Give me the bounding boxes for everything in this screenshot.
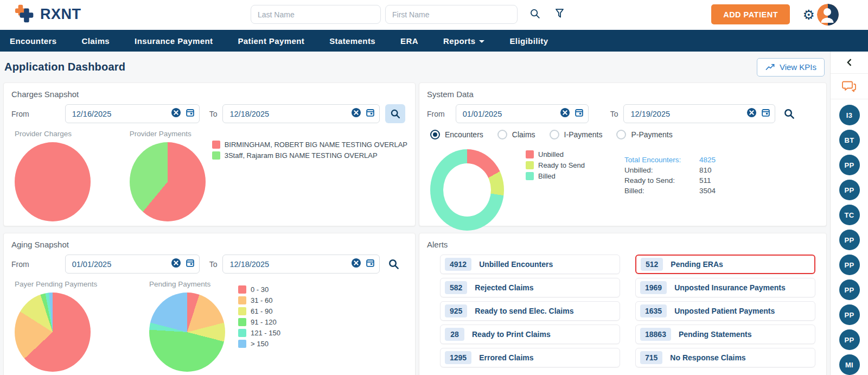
user-avatar[interactable] [817, 4, 839, 26]
alert-ready-to-send-elec-claims[interactable]: 925Ready to send Elec. Claims [440, 301, 620, 321]
aging-to-date-input[interactable] [223, 260, 344, 269]
alert-count-badge: 582 [445, 281, 467, 294]
page-title: Application Dashboard [4, 61, 125, 73]
aging-search-button[interactable] [385, 255, 401, 274]
to-label: To [209, 260, 218, 269]
aging-from-date-input[interactable] [66, 260, 164, 269]
radio-p-payments[interactable]: P-Payments [616, 130, 672, 139]
nav-item-encounters[interactable]: Encounters [10, 36, 57, 46]
alert-pending-eras[interactable]: 512Pending ERAs [635, 255, 815, 274]
charges-from-date-input[interactable] [66, 110, 164, 118]
nav-item-insurance-payment[interactable]: Insurance Payment [135, 36, 213, 46]
stat-label: Unbilled: [624, 165, 699, 175]
alerts-grid: 4912Unbilled Encounters 582Rejected Clai… [440, 255, 819, 367]
panel-title: Alerts [427, 240, 819, 249]
view-kpis-button[interactable]: View KPIs [757, 58, 825, 77]
legend-swatch [238, 340, 246, 348]
radio-circle [616, 130, 626, 139]
clear-date-icon[interactable] [560, 107, 570, 120]
patient-search-icon[interactable] [529, 8, 541, 22]
contact-badge[interactable]: I3 [839, 105, 860, 125]
contact-badge[interactable]: PP [839, 230, 860, 250]
stat-value: 511 [699, 175, 711, 186]
nav-item-eligibility[interactable]: Eligibility [509, 36, 548, 46]
search-icon [390, 108, 401, 119]
rxnt-logo-icon [14, 3, 37, 25]
filter-icon[interactable] [554, 8, 565, 21]
calendar-icon[interactable] [366, 258, 375, 270]
alert-unposted-patient-payments[interactable]: 1635Unposted Patient Payments [635, 301, 815, 321]
system-search-button[interactable] [781, 104, 797, 123]
system-to-date-input[interactable] [624, 110, 740, 118]
chart-title: Provider Charges [15, 130, 126, 138]
nav-item-patient-payment[interactable]: Patient Payment [238, 36, 304, 46]
radio-encounters[interactable]: Encounters [430, 130, 483, 139]
contact-badge[interactable]: PP [839, 304, 860, 325]
to-label: To [209, 110, 218, 118]
radio-i-payments[interactable]: I-Payments [550, 130, 603, 139]
payer-pending-payments-pie-chart [15, 293, 91, 372]
gear-icon[interactable]: ⚙ [803, 3, 815, 26]
legend-swatch [238, 307, 246, 315]
alert-pending-statements[interactable]: 18863Pending Statements [635, 325, 815, 344]
alert-errored-claims[interactable]: 1295Errored Claims [440, 348, 620, 367]
charges-to-date-input[interactable] [223, 110, 344, 118]
collapse-rail-button[interactable] [831, 52, 868, 74]
clear-date-icon[interactable] [351, 258, 361, 270]
contact-badge[interactable]: PP [839, 180, 860, 200]
charges-search-button[interactable] [385, 104, 405, 123]
alert-unbilled-encounters[interactable]: 4912Unbilled Encounters [440, 255, 620, 274]
main-nav: Encounters Claims Insurance Payment Pati… [0, 30, 868, 52]
chevron-left-icon [846, 59, 853, 66]
from-label: From [427, 110, 445, 118]
last-name-input[interactable] [251, 5, 381, 24]
system-from-date-input[interactable] [456, 110, 553, 118]
logo-text: RXNT [40, 6, 81, 23]
provider-payments-pie-chart [130, 142, 206, 221]
legend-swatch [238, 296, 246, 304]
chevron-down-icon [479, 40, 484, 43]
calendar-icon[interactable] [761, 108, 770, 119]
radio-claims[interactable]: Claims [497, 130, 535, 139]
alert-no-response-claims[interactable]: 715No Response Claims [635, 348, 815, 367]
chat-button[interactable] [831, 74, 868, 99]
stat-value: 810 [699, 165, 712, 175]
chart-line-icon [765, 62, 775, 72]
nav-item-claims[interactable]: Claims [82, 36, 110, 46]
clear-date-icon[interactable] [171, 258, 181, 270]
alert-count-badge: 512 [641, 258, 663, 271]
panel-title: System Data [427, 90, 819, 99]
system-stats: Total Encounters:4825 Unbilled:810 Ready… [624, 155, 716, 231]
alert-unposted-insurance-payments[interactable]: 1969Unposted Insurance Payments [635, 278, 815, 297]
contact-badge[interactable]: PP [839, 329, 860, 350]
system-legend: Unbilled Ready to Send Billed [526, 150, 612, 231]
nav-item-era[interactable]: ERA [400, 36, 418, 46]
contact-badge[interactable]: PP [839, 279, 860, 300]
clear-date-icon[interactable] [171, 107, 181, 120]
calendar-icon[interactable] [186, 108, 195, 119]
first-name-input[interactable] [385, 5, 518, 24]
calendar-icon[interactable] [186, 258, 195, 270]
contact-badge[interactable]: MI [839, 354, 860, 375]
calendar-icon[interactable] [366, 108, 375, 119]
contact-badge[interactable]: PP [839, 155, 860, 175]
clear-date-icon[interactable] [351, 107, 361, 120]
aging-legend: 0 - 30 31 - 60 61 - 90 91 - 120 121 - 15… [238, 285, 280, 372]
rxnt-logo[interactable]: RXNT [14, 3, 81, 25]
alert-count-badge: 18863 [640, 328, 671, 341]
aging-snapshot-panel: Aging Snapshot From To [3, 233, 416, 375]
clear-date-icon[interactable] [746, 107, 757, 120]
radio-circle [497, 130, 507, 139]
calendar-icon[interactable] [575, 108, 584, 119]
add-patient-button[interactable]: ADD PATIENT [711, 4, 790, 24]
legend-swatch [526, 150, 534, 158]
from-label: From [11, 110, 29, 118]
nav-item-statements[interactable]: Statements [329, 36, 375, 46]
contact-badge[interactable]: TC [839, 205, 860, 225]
alert-rejected-claims[interactable]: 582Rejected Claims [440, 278, 620, 297]
nav-item-reports[interactable]: Reports [443, 36, 484, 46]
alert-count-badge: 1969 [640, 281, 667, 294]
alert-ready-to-print-claims[interactable]: 28Ready to Print Claims [440, 325, 620, 344]
contact-badge[interactable]: BT [839, 130, 860, 150]
contact-badge[interactable]: PP [839, 255, 860, 275]
